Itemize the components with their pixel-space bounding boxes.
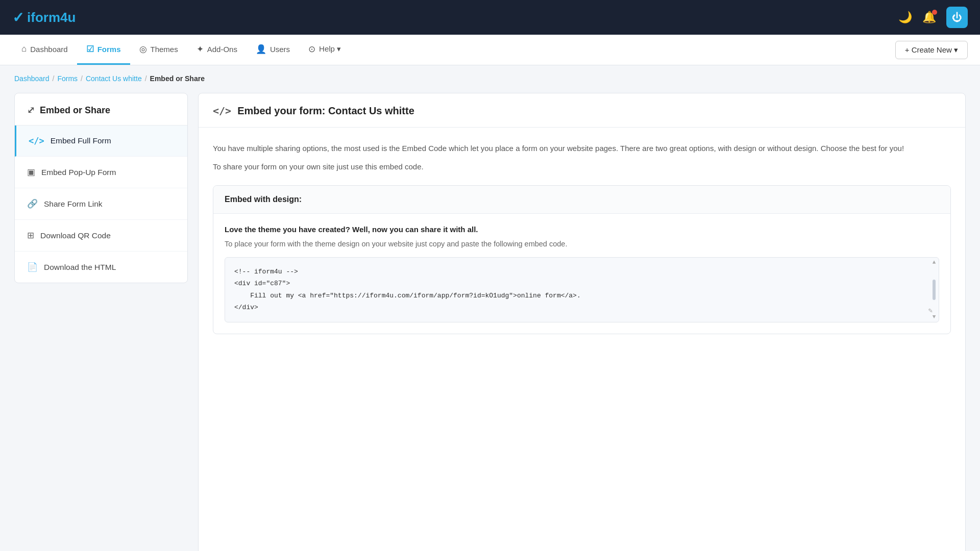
content-header-title: Embed your form: Contact Us whitte xyxy=(237,105,414,117)
nav-label-addons: Add-Ons xyxy=(207,45,237,54)
nav-label-help: Help ▾ xyxy=(319,44,341,54)
embed-popup-form-icon: ▣ xyxy=(27,167,35,178)
embed-section: Embed with design: Love the theme you ha… xyxy=(213,185,951,334)
nav-label-users: Users xyxy=(270,45,290,54)
sidebar-item-embed-popup-form[interactable]: ▣ Embed Pop-Up Form xyxy=(15,157,187,188)
code-line-4: </div> xyxy=(234,302,929,313)
content-body: You have multiple sharing options, the m… xyxy=(199,128,965,348)
code-block[interactable]: <!-- iform4u --> <div id="c87"> Fill out… xyxy=(225,257,939,322)
download-html-icon: 📄 xyxy=(27,262,38,272)
breadcrumb-sep-1: / xyxy=(53,74,55,83)
help-icon: ⊙ xyxy=(308,44,315,55)
nav-item-forms[interactable]: ☑ Forms xyxy=(77,35,130,65)
sidebar: ⤢ Embed or Share </> Embed Full Form ▣ E… xyxy=(14,93,188,283)
themes-icon: ◎ xyxy=(139,44,147,55)
embed-body-text: To place your form with the theme design… xyxy=(225,240,939,248)
nav-label-dashboard: Dashboard xyxy=(30,45,67,54)
scrollbar-thumb xyxy=(933,280,936,300)
scroll-up-arrow: ▲ xyxy=(933,260,936,265)
breadcrumb: Dashboard / Forms / Contact Us whitte / … xyxy=(0,65,980,88)
code-line-2: <div id="c87"> xyxy=(234,278,929,289)
main-content: ⤢ Embed or Share </> Embed Full Form ▣ E… xyxy=(0,88,980,551)
power-button[interactable]: ⏻ xyxy=(946,7,968,28)
breadcrumb-sep-3: / xyxy=(145,74,147,83)
nav-item-help[interactable]: ⊙ Help ▾ xyxy=(299,35,350,65)
sidebar-item-download-qr-code[interactable]: ⊞ Download QR Code xyxy=(15,220,187,252)
logo[interactable]: ✓ iform4u xyxy=(12,9,76,26)
topbar-icons: 🌙 🔔 ⏻ xyxy=(898,7,968,28)
users-icon: 👤 xyxy=(256,44,266,55)
breadcrumb-contact-us[interactable]: Contact Us whitte xyxy=(86,74,142,83)
embed-full-form-icon: </> xyxy=(29,136,44,146)
dark-mode-icon[interactable]: 🌙 xyxy=(898,11,912,24)
sidebar-label-embed-popup-form: Embed Pop-Up Form xyxy=(41,168,116,177)
nav-item-themes[interactable]: ◎ Themes xyxy=(130,35,187,65)
scroll-down-arrow: ▼ xyxy=(933,314,936,320)
sidebar-label-embed-full-form: Embed Full Form xyxy=(51,136,111,145)
embed-bold-text: Love the theme you have created? Well, n… xyxy=(225,225,939,234)
sidebar-title-text: Embed or Share xyxy=(40,105,110,116)
sidebar-label-share-form-link: Share Form Link xyxy=(44,199,103,209)
sidebar-item-download-html[interactable]: 📄 Download the HTML xyxy=(15,252,187,283)
intro-text-1: You have multiple sharing options, the m… xyxy=(213,142,951,155)
logo-text: iform4u xyxy=(27,10,76,26)
logo-suffix: 4u xyxy=(60,10,76,25)
nav-item-users[interactable]: 👤 Users xyxy=(247,35,299,65)
dashboard-icon: ⌂ xyxy=(21,44,27,54)
breadcrumb-forms[interactable]: Forms xyxy=(57,74,78,83)
content-panel: </> Embed your form: Contact Us whitte Y… xyxy=(198,93,966,551)
sidebar-item-share-form-link[interactable]: 🔗 Share Form Link xyxy=(15,188,187,220)
sidebar-label-download-qr-code: Download QR Code xyxy=(40,231,111,240)
sidebar-title-icon: ⤢ xyxy=(27,105,35,116)
logo-name: iform xyxy=(27,10,60,25)
notification-badge xyxy=(932,10,937,15)
main-nav: ⌂ Dashboard ☑ Forms ◎ Themes ✦ Add-Ons 👤… xyxy=(0,35,980,65)
embed-section-title: Embed with design: xyxy=(213,186,950,214)
share-form-link-icon: 🔗 xyxy=(27,198,38,209)
nav-links: ⌂ Dashboard ☑ Forms ◎ Themes ✦ Add-Ons 👤… xyxy=(12,35,350,65)
code-edit-icon[interactable]: ✎ xyxy=(928,305,933,317)
sidebar-item-embed-full-form[interactable]: </> Embed Full Form xyxy=(15,126,187,157)
nav-item-dashboard[interactable]: ⌂ Dashboard xyxy=(12,35,77,65)
embed-with-design-label: Embed with design: xyxy=(225,195,302,204)
nav-label-themes: Themes xyxy=(151,45,178,54)
nav-item-addons[interactable]: ✦ Add-Ons xyxy=(187,35,247,65)
forms-icon: ☑ xyxy=(86,44,94,55)
content-header: </> Embed your form: Contact Us whitte xyxy=(199,93,965,128)
code-line-1: <!-- iform4u --> xyxy=(234,266,929,278)
notifications-icon[interactable]: 🔔 xyxy=(922,11,936,24)
breadcrumb-dashboard[interactable]: Dashboard xyxy=(14,74,50,83)
sidebar-title: ⤢ Embed or Share xyxy=(15,93,187,126)
content-header-icon: </> xyxy=(213,105,231,117)
logo-check-icon: ✓ xyxy=(12,9,24,26)
intro-text-2: To share your form on your own site just… xyxy=(213,160,951,173)
download-qr-code-icon: ⊞ xyxy=(27,230,34,241)
nav-label-forms: Forms xyxy=(97,45,121,54)
code-line-3: Fill out my <a href="https://iform4u.com… xyxy=(234,290,929,302)
embed-section-body: Love the theme you have created? Well, n… xyxy=(213,214,950,334)
breadcrumb-current: Embed or Share xyxy=(150,74,205,83)
addons-icon: ✦ xyxy=(197,44,204,55)
topbar: ✓ iform4u 🌙 🔔 ⏻ xyxy=(0,0,980,35)
breadcrumb-sep-2: / xyxy=(81,74,83,83)
sidebar-label-download-html: Download the HTML xyxy=(44,263,116,272)
create-new-button[interactable]: + Create New ▾ xyxy=(895,41,968,59)
